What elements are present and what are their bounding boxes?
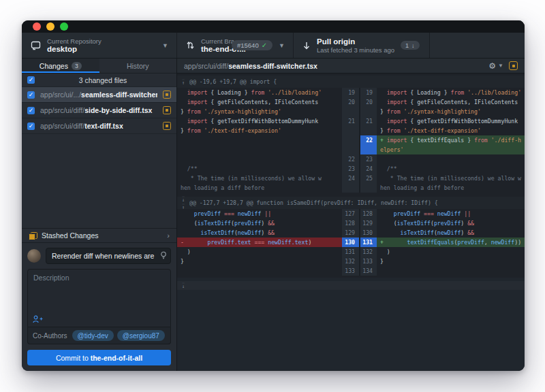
stashed-changes-row[interactable]: Stashed Changes ›	[22, 228, 176, 243]
hunk-header-text: @@ -127,7 +128,7 @@ function isSameDiff(…	[189, 199, 438, 206]
gutter-new-line-number[interactable]: 130	[359, 228, 377, 238]
tab-changes[interactable]: Changes3	[22, 59, 99, 73]
file-path: app/src/ui/diff/side-by-side-diff.tsx	[40, 106, 157, 114]
gutter-old-line-number[interactable]: 24	[342, 174, 359, 193]
repo-label: Current Repository	[47, 37, 102, 45]
pull-origin-button[interactable]: Pull origin Last fetched 3 minutes ago 1…	[294, 33, 430, 58]
diff-hunk: ↓↑@@ -127,7 +128,7 @@ function isSameDif…	[177, 195, 525, 278]
chevron-right-icon: ›	[167, 231, 170, 240]
branch-label: Current Bra...	[201, 37, 225, 45]
tab-badge: 3	[72, 62, 82, 70]
commit-description-box	[27, 269, 171, 327]
gutter-new-line-number[interactable]: 25	[359, 174, 377, 193]
modified-status-icon	[509, 61, 518, 70]
pr-status-badge[interactable]: #15640 ✓	[232, 40, 272, 50]
commit-description-input[interactable]	[28, 270, 170, 312]
sidebar: Changes3History ✓ 3 changed files ✓app/s…	[22, 59, 177, 371]
add-coauthor-icon[interactable]	[33, 315, 43, 323]
expand-up-icon[interactable]: ↑	[182, 78, 185, 86]
diff-row: }132133}	[177, 257, 525, 266]
diff-line-left: }	[177, 257, 342, 266]
gutter-new-line-number[interactable]: 131	[359, 238, 377, 247]
repo-name: desktop	[47, 45, 102, 54]
gutter-new-line-number[interactable]: 134	[359, 266, 377, 276]
gutter-old-line-number[interactable]: 133	[342, 266, 359, 276]
diff-line-left	[177, 154, 342, 164]
pull-subtitle: Last fetched 3 minutes ago	[317, 46, 394, 54]
hunk-header: ↓↑@@ -127,7 +128,7 @@ function isSameDif…	[177, 197, 525, 209]
gutter-old-line-number[interactable]: 19	[342, 88, 359, 97]
coauthor-pill[interactable]: @sergiou87	[117, 330, 165, 341]
gutter-old-line-number[interactable]: 23	[342, 164, 359, 174]
gutter-old-line-number[interactable]: 20	[342, 97, 359, 116]
file-row[interactable]: ✓app/src/ui/diff/text-diff.tsx	[22, 118, 176, 134]
gutter-new-line-number[interactable]: 21	[359, 116, 377, 135]
diff-line-left: isTextDiff(newDiff) &&	[177, 228, 342, 238]
gutter-old-line-number[interactable]: 22	[342, 154, 359, 164]
coauthors-label: Co-Authors	[33, 332, 67, 340]
stashed-changes-label: Stashed Changes	[42, 231, 161, 240]
gutter-new-line-number[interactable]: 128	[359, 209, 377, 218]
pull-count-badge: 1↓	[401, 41, 420, 50]
file-checkbox[interactable]: ✓	[27, 122, 35, 130]
zoom-window-button[interactable]	[60, 22, 68, 31]
diff-file-path: app/src/ui/diff/seamless-diff-switcher.t…	[184, 62, 483, 70]
gutter-old-line-number[interactable]	[342, 135, 359, 154]
diff-line-right[interactable]: + textDiffEquals(prevDiff, newDiff))	[377, 238, 525, 247]
file-list: ✓app/src/ui/.../seamless-diff-switcher.t…	[22, 87, 176, 134]
github-desktop-window: Current Repository desktop ▼ Current Bra…	[22, 20, 525, 371]
diff-line-left[interactable]: - prevDiff.text === newDiff.text)	[177, 238, 342, 247]
file-row[interactable]: ✓app/src/ui/diff/side-by-side-diff.tsx	[22, 103, 176, 118]
file-checkbox[interactable]: ✓	[27, 91, 35, 99]
diff-line-right: )	[377, 247, 525, 257]
gutter-old-line-number[interactable]: 130	[342, 238, 359, 247]
gutter-new-line-number[interactable]: 23	[359, 154, 377, 164]
diff-footer-expander: ↓	[177, 281, 525, 290]
gutter-old-line-number[interactable]: 132	[342, 257, 359, 266]
diff-options-button[interactable]: ⚙ ▼	[488, 62, 503, 70]
commit-summary-input[interactable]	[46, 248, 171, 264]
file-row[interactable]: ✓app/src/ui/.../seamless-diff-switcher.t…	[22, 87, 176, 103]
repository-dropdown[interactable]: Current Repository desktop ▼	[22, 33, 177, 58]
lightbulb-icon[interactable]	[160, 251, 167, 260]
coauthor-pills: @tidy-dev@sergiou87	[72, 330, 165, 341]
diff-row: import { getTextDiffWithBottomDummyHunk}…	[177, 116, 525, 135]
diff-line-right: }	[377, 257, 525, 266]
diff-row: isTextDiff(newDiff) &&129130 isTextDiff(…	[177, 228, 525, 238]
modified-status-icon	[163, 106, 171, 114]
select-all-checkbox[interactable]: ✓	[27, 76, 35, 84]
gutter-new-line-number[interactable]: 20	[359, 97, 377, 116]
avatar	[27, 249, 41, 263]
gutter-new-line-number[interactable]: 132	[359, 247, 377, 257]
diff-line-right[interactable]: + import { textDiffEquals } from './diff…	[377, 135, 525, 154]
tab-history[interactable]: History	[99, 59, 177, 73]
gutter-old-line-number[interactable]: 128	[342, 218, 359, 228]
coauthor-pill[interactable]: @tidy-dev	[72, 330, 114, 341]
arrow-down-icon	[302, 41, 311, 50]
diff-line-left: import { Loading } from '../lib/loading'	[177, 88, 342, 97]
commit-button[interactable]: Commit to the-end-of-it-all	[27, 350, 171, 365]
diff-row: )131132 )	[177, 247, 525, 257]
gutter-old-line-number[interactable]: 21	[342, 116, 359, 135]
gutter-old-line-number[interactable]: 131	[342, 247, 359, 257]
gutter-new-line-number[interactable]: 22	[359, 135, 377, 154]
expand-down-icon[interactable]: ↓	[182, 282, 185, 289]
diff-line-left: (isTextDiff(prevDiff) &&	[177, 218, 342, 228]
gutter-new-line-number[interactable]: 129	[359, 218, 377, 228]
gear-icon: ⚙	[488, 62, 496, 70]
stash-icon	[29, 232, 36, 240]
file-path: app/src/ui/diff/text-diff.tsx	[40, 122, 157, 130]
branch-dropdown[interactable]: Current Bra... the-end-of... #15640 ✓ ▼	[177, 33, 294, 58]
minimize-window-button[interactable]	[46, 22, 54, 31]
gutter-new-line-number[interactable]: 19	[359, 88, 377, 97]
diff-line-left: /**	[177, 164, 342, 174]
file-checkbox[interactable]: ✓	[27, 107, 35, 114]
diff-line-left: * The time (in milliseconds) we allow wh…	[177, 174, 342, 193]
gutter-old-line-number[interactable]: 129	[342, 228, 359, 238]
gutter-old-line-number[interactable]: 127	[342, 209, 359, 218]
close-window-button[interactable]	[33, 22, 41, 31]
diff-line-right: * The time (in milliseconds) we allow wh…	[377, 174, 525, 193]
gutter-new-line-number[interactable]: 133	[359, 257, 377, 266]
diff-line-left[interactable]	[177, 135, 342, 154]
gutter-new-line-number[interactable]: 24	[359, 164, 377, 174]
